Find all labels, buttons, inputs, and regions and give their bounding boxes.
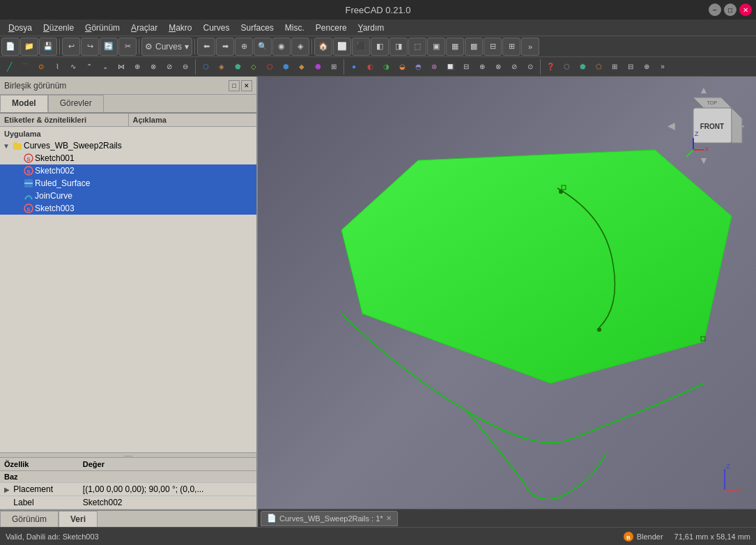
view-btn6[interactable]: ⬚ xyxy=(408,38,426,56)
view-btn10[interactable]: ⊟ xyxy=(484,38,502,56)
curves-tool-14[interactable]: ◈ xyxy=(214,59,229,75)
panel-splitter[interactable]: ---- xyxy=(0,452,256,458)
tab-model[interactable]: Model xyxy=(0,95,48,112)
curves-tool-27[interactable]: ⊛ xyxy=(426,59,442,75)
curves-tool-12[interactable]: ⊖ xyxy=(178,59,193,75)
curves-tool-6[interactable]: ⌃ xyxy=(82,59,97,75)
curves-tool-16[interactable]: ◇ xyxy=(246,59,261,75)
tree-item-ruled-surface[interactable]: Ruled_Surface xyxy=(0,177,256,190)
refresh-button[interactable]: 🔄 xyxy=(100,38,118,56)
curves-tool-29[interactable]: ⊟ xyxy=(458,59,474,75)
curves-tool-26[interactable]: ◓ xyxy=(410,59,426,75)
view-btn8[interactable]: ▦ xyxy=(446,38,464,56)
curves-tool-24[interactable]: ◑ xyxy=(378,59,394,75)
more-curves-button[interactable]: » xyxy=(655,59,670,75)
curves-tool-2[interactable]: ⌒ xyxy=(17,59,33,75)
viewport-tab[interactable]: 📄 Curves_WB_Sweep2Rails : 1* ✕ xyxy=(261,511,398,526)
tb-btn-a3[interactable]: ⊕ xyxy=(235,38,253,56)
redo-button[interactable]: ↪ xyxy=(81,38,99,56)
curves-tool-40[interactable]: ⊕ xyxy=(639,59,654,75)
view-btn5[interactable]: ◨ xyxy=(389,38,408,56)
curves-tool-31[interactable]: ⊗ xyxy=(491,59,506,75)
menu-duzenle[interactable]: Düzenle xyxy=(38,22,79,34)
curves-tool-10[interactable]: ⊗ xyxy=(146,59,161,75)
curves-tool-36[interactable]: ⬟ xyxy=(575,59,590,75)
curves-tool-23[interactable]: ◐ xyxy=(362,59,378,75)
curves-tool-19[interactable]: ◆ xyxy=(294,59,309,75)
prop-row-placement[interactable]: ▶ Placement [(1,00 0,00 0,00); 90,00 °; … xyxy=(0,483,256,496)
tree-item-sketch002[interactable]: S Sketch002 xyxy=(0,164,256,177)
menu-dosya[interactable]: Dosya xyxy=(3,22,38,34)
new-button[interactable]: 📄 xyxy=(1,38,20,56)
minimize-button[interactable]: − xyxy=(709,3,721,16)
nav-cube[interactable]: ▲ ▼ ◀ ▶ FRONT TOP Z X xyxy=(665,84,749,167)
menu-araclar[interactable]: Araçlar xyxy=(125,22,163,34)
curves-tool-35[interactable]: ⬡ xyxy=(559,59,574,75)
tab-close-icon[interactable]: ✕ xyxy=(386,514,392,522)
menu-gorunum[interactable]: Görünüm xyxy=(79,22,125,34)
curves-tool-8[interactable]: ⋈ xyxy=(114,59,129,75)
prop-row-label[interactable]: ▶ Label Sketch002 xyxy=(0,496,256,509)
tb-btn-a2[interactable]: ➡ xyxy=(216,38,234,56)
curves-tool-37[interactable]: ⬠ xyxy=(591,59,606,75)
curves-tool-1[interactable]: ╱ xyxy=(1,59,17,75)
close-button[interactable]: ✕ xyxy=(739,3,752,16)
open-button[interactable]: 📁 xyxy=(20,38,38,56)
curves-tool-4[interactable]: ⌇ xyxy=(49,59,65,75)
menu-makro[interactable]: Makro xyxy=(163,22,197,34)
menu-surfaces[interactable]: Surfaces xyxy=(236,22,279,34)
tb-btn-a5[interactable]: ◉ xyxy=(272,38,291,56)
curves-tool-30[interactable]: ⊕ xyxy=(475,59,490,75)
tree-item-sketch003[interactable]: S Sketch003 xyxy=(0,202,256,215)
menu-yardim[interactable]: Yardım xyxy=(353,22,390,34)
curves-tool-22[interactable]: ● xyxy=(346,59,362,75)
curves-tool-20[interactable]: ⬣ xyxy=(310,59,325,75)
curves-tool-17[interactable]: ⬠ xyxy=(262,59,277,75)
curves-tool-39[interactable]: ⊟ xyxy=(623,59,638,75)
tab-veri-bottom[interactable]: Veri xyxy=(59,511,98,527)
tree-item-joincurve[interactable]: JoinCurve xyxy=(0,190,256,202)
menu-curves[interactable]: Curves xyxy=(197,22,235,34)
view-btn9[interactable]: ▩ xyxy=(465,38,483,56)
workbench-dropdown[interactable]: ⚙ Curves ▾ xyxy=(141,38,192,56)
panel-close-button[interactable]: ✕ xyxy=(241,80,252,91)
curves-tool-32[interactable]: ⊘ xyxy=(507,59,522,75)
tab-gorunum-bottom[interactable]: Görünüm xyxy=(0,511,59,527)
undo-button[interactable]: ↩ xyxy=(62,38,80,56)
curves-tool-33[interactable]: ⊙ xyxy=(523,59,538,75)
curves-tool-28[interactable]: 🔲 xyxy=(442,59,458,75)
curves-tool-15[interactable]: ⬟ xyxy=(230,59,245,75)
view-btn2[interactable]: ⬜ xyxy=(333,38,351,56)
tree-item-root[interactable]: ▼ Curves_WB_Sweep2Rails xyxy=(0,139,256,152)
curves-tool-7[interactable]: ⌄ xyxy=(98,59,113,75)
menu-pencere[interactable]: Pencere xyxy=(310,22,353,34)
blender-badge[interactable]: B Blender xyxy=(623,531,663,542)
tab-gorevler[interactable]: Görevler xyxy=(48,95,104,112)
cut-button[interactable]: ✂ xyxy=(118,38,137,56)
tb-btn-a4[interactable]: 🔍 xyxy=(254,38,272,56)
maximize-button[interactable]: □ xyxy=(724,3,736,16)
tree-item-sketch001[interactable]: S Sketch001 xyxy=(0,152,256,164)
curves-tool-9[interactable]: ⊕ xyxy=(130,59,145,75)
menu-misc[interactable]: Misc. xyxy=(279,22,310,34)
curves-tool-3[interactable]: ⊙ xyxy=(33,59,49,75)
tb-btn-a1[interactable]: ⬅ xyxy=(197,38,215,56)
panel-expand-button[interactable]: □ xyxy=(229,80,240,91)
more-button[interactable]: » xyxy=(521,38,539,56)
curves-tool-5[interactable]: ∿ xyxy=(65,59,81,75)
curves-tool-13[interactable]: ⬡ xyxy=(198,59,213,75)
save-button[interactable]: 💾 xyxy=(39,38,57,56)
curves-tool-11[interactable]: ⊘ xyxy=(162,59,177,75)
tb-btn-a6[interactable]: ◈ xyxy=(291,38,309,56)
view-btn7[interactable]: ▣ xyxy=(427,38,445,56)
view-btn1[interactable]: 🏠 xyxy=(314,38,332,56)
view-btn4[interactable]: ◧ xyxy=(371,38,389,56)
curves-tool-34[interactable]: ❓ xyxy=(543,59,558,75)
view-btn11[interactable]: ⊞ xyxy=(502,38,520,56)
curves-tool-38[interactable]: ⊞ xyxy=(607,59,622,75)
curves-tool-18[interactable]: ⬢ xyxy=(278,59,293,75)
curves-tool-25[interactable]: ◒ xyxy=(394,59,410,75)
tree-label-ruled-surface: Ruled_Surface xyxy=(35,178,90,188)
curves-tool-21[interactable]: ⊞ xyxy=(326,59,341,75)
view-btn3[interactable]: ⬛ xyxy=(352,38,370,56)
